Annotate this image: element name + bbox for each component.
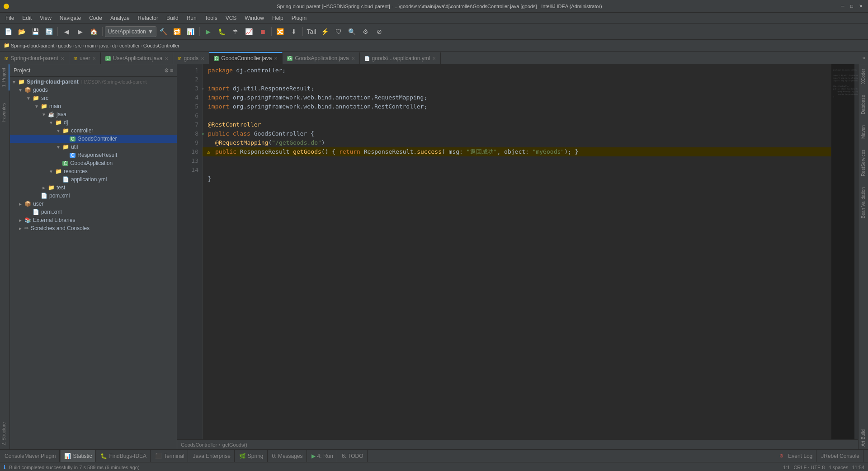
tree-item-dj[interactable]: ▼ 📁 dj xyxy=(10,118,177,127)
tree-item-appyml[interactable]: 📄 application.yml xyxy=(10,175,177,184)
status-tab-consolemaven[interactable]: ConsoleMavenPlugin xyxy=(1,450,60,462)
status-tab-eventlog[interactable]: Event Log xyxy=(784,450,816,462)
close-button[interactable]: ✕ xyxy=(857,3,864,10)
menu-vcs[interactable]: VCS xyxy=(222,13,241,24)
status-tab-spring[interactable]: 🌿 Spring xyxy=(236,450,268,462)
menu-analyze[interactable]: Analyze xyxy=(107,13,133,24)
tab-close-user[interactable]: ✕ xyxy=(92,56,96,61)
fold-icon-3[interactable]: ▶ xyxy=(203,84,204,93)
toolbar-vcs-btn[interactable]: 🔀 xyxy=(274,25,287,38)
toolbar-settings-btn[interactable]: ⚙ xyxy=(359,25,372,38)
toolbar-tail-btn[interactable]: Tail xyxy=(305,25,318,38)
menu-plugin[interactable]: Plugin xyxy=(288,13,310,24)
tab-overflow-button[interactable]: » xyxy=(859,52,868,64)
tab-close-spring[interactable]: ✕ xyxy=(61,56,64,61)
tab-applicationyml[interactable]: 📄 goods\...\application.yml ✕ xyxy=(360,52,441,64)
tree-item-responseresult[interactable]: C ResponseResult xyxy=(10,151,177,159)
menu-tools[interactable]: Tools xyxy=(201,13,221,24)
tree-item-goodsapp[interactable]: C GoodsApplication xyxy=(10,159,177,167)
tab-user[interactable]: m user ✕ xyxy=(69,52,101,64)
toolbar-search-btn[interactable]: 🔍 xyxy=(346,25,359,38)
tab-close-goods[interactable]: ✕ xyxy=(201,56,204,61)
panel-favorites[interactable]: Favorites xyxy=(0,99,9,125)
menu-navigate[interactable]: Navigate xyxy=(56,13,85,24)
menu-file[interactable]: File xyxy=(2,13,18,24)
toolbar-back-btn[interactable]: ◀ xyxy=(60,25,73,38)
breadcrumb-src[interactable]: src xyxy=(75,43,82,48)
toolbar-debug-btn[interactable]: 🐛 xyxy=(216,25,228,38)
toolbar-stop-btn[interactable]: ⏹ xyxy=(256,25,269,38)
toolbar-run-btn[interactable]: ▶ xyxy=(202,25,215,38)
tab-goods[interactable]: m goods ✕ xyxy=(173,52,209,64)
breadcrumb-dj[interactable]: dj xyxy=(112,43,116,48)
maximize-button[interactable]: □ xyxy=(848,3,855,10)
tree-item-goods[interactable]: ▼ 📦 goods xyxy=(10,86,177,94)
panel-project[interactable]: 1: Project xyxy=(0,64,9,90)
menu-code[interactable]: Code xyxy=(85,13,106,24)
status-indent[interactable]: 4 spaces xyxy=(828,465,848,470)
toolbar-stop2-btn[interactable]: ⊘ xyxy=(373,25,386,38)
breadcrumb-main[interactable]: main xyxy=(85,43,96,48)
status-tab-terminal[interactable]: ⬛ Terminal xyxy=(151,450,188,462)
tab-close-gc[interactable]: ✕ xyxy=(274,56,278,61)
right-tool-restservices[interactable]: RestServices xyxy=(859,147,867,179)
breadcrumb-project[interactable]: 📁 Spring-cloud-parent xyxy=(4,42,55,48)
status-tab-findbugs[interactable]: 🐛 FindBugs-IDEA xyxy=(97,450,151,462)
tree-item-java[interactable]: ▼ ☕ java xyxy=(10,110,177,118)
run-config-dropdown[interactable]: UserApplication ▼ xyxy=(105,26,156,37)
tree-settings-icon[interactable]: ⚙ xyxy=(164,67,169,74)
tree-gear-icon[interactable]: ≡ xyxy=(170,67,173,74)
status-tab-messages[interactable]: 0: Messages xyxy=(269,450,307,462)
breadcrumb-java[interactable]: java xyxy=(99,43,108,48)
tab-close-yml[interactable]: ✕ xyxy=(432,56,436,61)
toolbar-new-btn[interactable]: 📄 xyxy=(2,25,14,38)
toolbar-coverage-btn[interactable]: 📊 xyxy=(184,25,197,38)
toolbar-rebuild-btn[interactable]: 🔨 xyxy=(157,25,170,38)
tree-item-root[interactable]: ▼ 📁 Spring-cloud-parent H:\CSDN\Spring-c… xyxy=(10,78,177,86)
toolbar-update-btn[interactable]: ⬇ xyxy=(288,25,300,38)
right-tool-xcoder[interactable]: XCoder xyxy=(859,66,867,87)
toolbar-debug-rerun-btn[interactable]: 🔁 xyxy=(171,25,184,38)
menu-run[interactable]: Run xyxy=(183,13,200,24)
right-tool-beanval[interactable]: Bean Validation xyxy=(859,184,867,221)
tree-item-util[interactable]: ▼ 📁 util xyxy=(10,143,177,151)
toolbar-sync-btn[interactable]: 🔄 xyxy=(42,25,55,38)
tree-item-user[interactable]: ► 📦 user xyxy=(10,200,177,208)
tree-item-pom-root[interactable]: 📄 pom.xml xyxy=(10,208,177,216)
menu-build[interactable]: Build xyxy=(163,13,182,24)
status-tab-statistic[interactable]: 📊 Statistic xyxy=(61,450,96,462)
breadcrumb-goodscontroller[interactable]: GoodsController xyxy=(143,43,179,48)
status-encoding[interactable]: CRLF · UTF-8 xyxy=(793,465,825,470)
tree-item-controller[interactable]: ▼ 📁 controller xyxy=(10,127,177,135)
window-controls[interactable]: ─ □ ✕ xyxy=(839,3,864,10)
menu-refactor[interactable]: Refactor xyxy=(134,13,162,24)
right-tool-maven[interactable]: Maven xyxy=(859,122,867,141)
panel-structure[interactable]: 2: Structure xyxy=(0,419,9,449)
menu-help[interactable]: Help xyxy=(269,13,287,24)
toolbar-home-btn[interactable]: 🏠 xyxy=(87,25,100,38)
menu-window[interactable]: Window xyxy=(241,13,268,24)
tree-item-goodscontroller[interactable]: C GoodsController xyxy=(10,135,177,143)
right-tool-artbuild[interactable]: Art Build xyxy=(859,427,867,449)
toolbar-shield-btn[interactable]: 🛡 xyxy=(332,25,345,38)
toolbar-run-with-coverage-btn[interactable]: ☂ xyxy=(229,25,242,38)
code-editor[interactable]: package dj.controller; ▶ import dj.util.… xyxy=(203,64,831,439)
tree-item-resources[interactable]: ▼ 📁 resources xyxy=(10,167,177,175)
tree-item-scratches[interactable]: ► ✏ Scratches and Consoles xyxy=(10,224,177,232)
tree-item-main[interactable]: ▼ 📁 main xyxy=(10,102,177,110)
tab-goodscontroller[interactable]: C GoodsController.java ✕ xyxy=(209,52,283,64)
toolbar-profile-btn[interactable]: 📈 xyxy=(243,25,255,38)
tab-userapplication[interactable]: U UserApplication.java ✕ xyxy=(101,52,173,64)
status-tab-run[interactable]: ▶ 4: Run xyxy=(308,450,337,462)
menu-edit[interactable]: Edit xyxy=(19,13,35,24)
tab-spring-cloud-parent[interactable]: m Spring-cloud-parent ✕ xyxy=(0,52,69,64)
tree-item-pom-goods[interactable]: 📄 pom.xml xyxy=(10,192,177,200)
breadcrumb-controller[interactable]: controller xyxy=(119,43,140,48)
tree-item-src[interactable]: ▼ 📁 src xyxy=(10,94,177,102)
toolbar-open-btn[interactable]: 📂 xyxy=(15,25,28,38)
tab-goodsapplication[interactable]: G GoodsApplication.java ✕ xyxy=(283,52,359,64)
tab-close-ua[interactable]: ✕ xyxy=(165,56,168,61)
tab-close-ga[interactable]: ✕ xyxy=(351,56,355,61)
status-tab-jrebelconsole[interactable]: JRebel Console xyxy=(817,450,863,462)
status-tab-javaenterprise[interactable]: Java Enterprise xyxy=(189,450,234,462)
